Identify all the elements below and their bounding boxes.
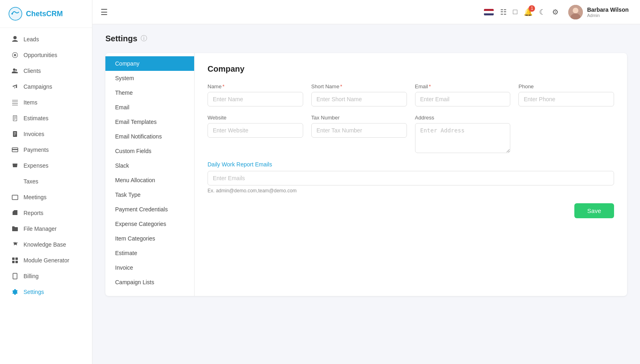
label-name: Name*	[208, 83, 303, 89]
sidebar-item-meetings[interactable]: Meetings	[3, 189, 89, 205]
page-info-icon[interactable]: ⓘ	[141, 34, 147, 43]
settings-menu-campaign-lists[interactable]: Campaign Lists	[105, 275, 194, 289]
form-group-name: Name*	[208, 83, 303, 106]
sidebar-item-module-generator[interactable]: Module Generator	[3, 253, 89, 268]
main-area: ☰ ☷ □ 🔔 1 ☾ ⚙ Barbara Wilson A	[92, 0, 640, 364]
sidebar-label-opportunities: Opportunities	[24, 52, 57, 58]
emails-hint: Ex. admin@demo.com,team@demo.com	[208, 188, 614, 194]
page-title: Settings	[105, 34, 137, 43]
settings-menu-expense-categories[interactable]: Expense Categories	[105, 217, 194, 231]
settings-sidebar: CompanySystemThemeEmailEmail TemplatesEm…	[105, 53, 195, 296]
topbar: ☰ ☷ □ 🔔 1 ☾ ⚙ Barbara Wilson A	[92, 0, 640, 24]
sidebar-item-expenses[interactable]: Expenses	[3, 158, 89, 173]
settings-icon	[11, 288, 19, 296]
sidebar-nav: LeadsOpportunitiesClientsCampaignsItemsE…	[0, 28, 92, 364]
sidebar-label-settings: Settings	[24, 289, 44, 295]
sidebar-item-items[interactable]: Items	[3, 95, 89, 110]
settings-menu-email-notifications[interactable]: Email Notifications	[105, 129, 194, 144]
sidebar-label-items: Items	[24, 99, 37, 106]
sidebar-label-knowledge-base: Knowledge Base	[24, 241, 66, 248]
form-group-tax-number: Tax Number	[311, 115, 407, 153]
svg-rect-4	[12, 195, 18, 200]
grid-icon[interactable]: ☷	[500, 8, 507, 17]
sidebar-label-clients: Clients	[24, 68, 41, 74]
sidebar-item-file-manager[interactable]: File Manager	[3, 221, 89, 236]
sidebar-item-estimates[interactable]: Estimates	[3, 111, 89, 126]
opportunities-icon	[11, 51, 19, 59]
input-short-name[interactable]	[311, 92, 407, 106]
form-group-address: Address	[415, 115, 511, 153]
payments-icon	[11, 146, 19, 153]
settings-menu-theme[interactable]: Theme	[105, 85, 194, 100]
settings-menu-slack[interactable]: Slack	[105, 158, 194, 173]
billing-icon	[11, 272, 19, 280]
input-name[interactable]	[208, 92, 303, 106]
input-daily-emails[interactable]	[208, 171, 614, 185]
sidebar-item-taxes[interactable]: Taxes	[3, 174, 89, 189]
settings-menu-email[interactable]: Email	[105, 100, 194, 115]
sidebar-item-opportunities[interactable]: Opportunities	[3, 47, 89, 63]
user-role: Admin	[587, 13, 629, 18]
sidebar-item-invoices[interactable]: Invoices	[3, 126, 89, 142]
settings-layout: CompanySystemThemeEmailEmail TemplatesEm…	[105, 53, 627, 296]
sidebar-item-campaigns[interactable]: Campaigns	[3, 79, 89, 94]
svg-rect-6	[15, 258, 18, 260]
settings-menu-item-categories[interactable]: Item Categories	[105, 231, 194, 246]
sidebar-item-settings[interactable]: Settings	[3, 284, 89, 300]
settings-menu-payment-credentials[interactable]: Payment Credentials	[105, 202, 194, 217]
label-phone: Phone	[518, 83, 614, 89]
input-tax-number[interactable]	[311, 123, 407, 138]
settings-menu-estimate[interactable]: Estimate	[105, 246, 194, 260]
language-flag[interactable]	[484, 9, 494, 15]
sidebar-label-billing: Billing	[24, 273, 39, 279]
input-address[interactable]	[415, 123, 511, 153]
svg-rect-3	[12, 149, 18, 150]
form-row-1: Name* Short Name* Email*	[208, 83, 614, 106]
sidebar-label-estimates: Estimates	[24, 115, 48, 121]
sidebar-item-reports[interactable]: Reports	[3, 205, 89, 221]
input-phone[interactable]	[518, 92, 614, 106]
label-tax-number: Tax Number	[311, 115, 407, 121]
sidebar-item-knowledge-base[interactable]: Knowledge Base	[3, 237, 89, 252]
sidebar-item-clients[interactable]: Clients	[3, 63, 89, 79]
sidebar-label-file-manager: File Manager	[24, 226, 57, 232]
daily-emails-label: Daily Work Report Emails	[208, 161, 614, 168]
settings-menu-email-templates[interactable]: Email Templates	[105, 115, 194, 129]
reports-icon	[11, 209, 19, 217]
sidebar-item-payments[interactable]: Payments	[3, 142, 89, 158]
settings-menu-custom-fields[interactable]: Custom Fields	[105, 144, 194, 158]
logo-area: ChetsCRM	[0, 0, 92, 28]
user-menu[interactable]: Barbara Wilson Admin	[565, 3, 632, 21]
form-row-2: Website Tax Number Address	[208, 115, 614, 153]
sidebar-label-meetings: Meetings	[24, 194, 47, 200]
settings-menu-menu-allocation[interactable]: Menu Allocation	[105, 173, 194, 187]
notifications-icon[interactable]: 🔔 1	[524, 8, 533, 17]
settings-icon[interactable]: ⚙	[552, 8, 559, 17]
save-row: Save	[208, 203, 614, 218]
module-generator-icon	[11, 257, 19, 264]
label-website: Website	[208, 115, 303, 121]
user-name: Barbara Wilson	[587, 6, 629, 13]
input-email[interactable]	[415, 92, 511, 106]
settings-menu-invoice[interactable]: Invoice	[105, 260, 194, 275]
emails-input-row	[208, 171, 614, 185]
invoices-icon	[11, 130, 19, 138]
expenses-icon	[11, 162, 19, 169]
fullscreen-icon[interactable]: □	[513, 8, 518, 16]
sidebar: ChetsCRM LeadsOpportunitiesClientsCampai…	[0, 0, 92, 364]
sidebar-label-invoices: Invoices	[24, 131, 44, 137]
meetings-icon	[11, 194, 19, 201]
knowledge-base-icon	[11, 241, 19, 248]
settings-menu-system[interactable]: System	[105, 71, 194, 85]
input-website[interactable]	[208, 123, 303, 138]
settings-menu-task-type[interactable]: Task Type	[105, 187, 194, 202]
theme-toggle-icon[interactable]: ☾	[539, 8, 546, 17]
hamburger-menu[interactable]: ☰	[101, 7, 108, 17]
sidebar-item-billing[interactable]: Billing	[3, 268, 89, 284]
label-short-name: Short Name*	[311, 83, 407, 89]
settings-menu-company[interactable]: Company	[105, 56, 194, 71]
svg-point-1	[11, 13, 13, 15]
settings-content: Company Name* Short Name*	[195, 53, 627, 296]
save-button[interactable]: Save	[574, 203, 614, 218]
sidebar-item-leads[interactable]: Leads	[3, 32, 89, 47]
